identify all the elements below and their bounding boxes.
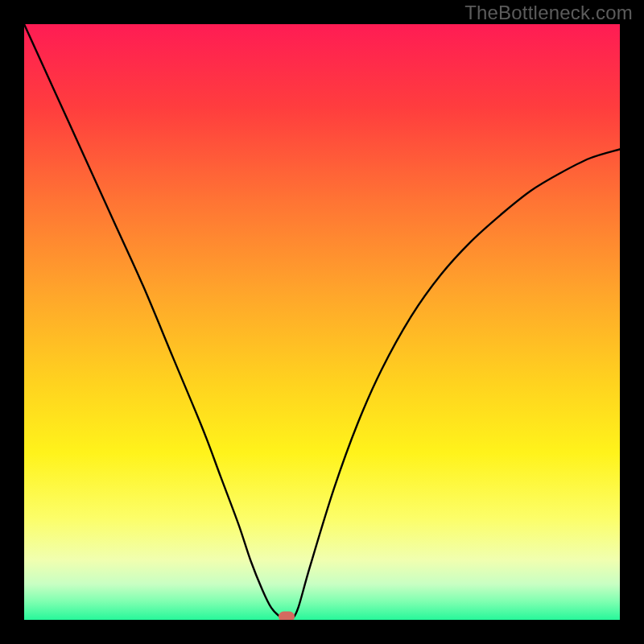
chart-frame: TheBottleneck.com	[0, 0, 644, 644]
plot-area	[24, 24, 620, 620]
watermark-text: TheBottleneck.com	[464, 2, 633, 24]
bottleneck-curve	[24, 24, 620, 620]
optimal-point-marker	[279, 612, 295, 620]
